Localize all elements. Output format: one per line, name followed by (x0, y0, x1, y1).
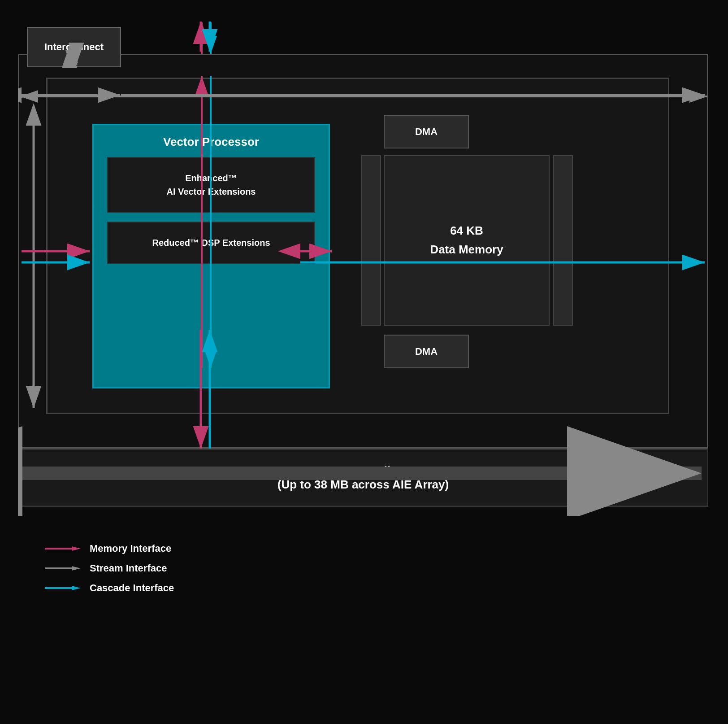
outer-box: Vector Processor Enhanced™ AI Vector Ext… (18, 54, 708, 449)
legend: Memory Interface Stream Interface Cascad… (45, 543, 174, 602)
cascade-interface-arrow-icon (45, 584, 81, 593)
legend-cascade-interface: Cascade Interface (45, 582, 174, 594)
vector-processor-title: Vector Processor (94, 125, 329, 157)
vector-processor-box: Vector Processor Enhanced™ AI Vector Ext… (92, 124, 330, 388)
svg-marker-23 (72, 546, 81, 551)
inner-box: Vector Processor Enhanced™ AI Vector Ext… (46, 78, 669, 414)
dma-bottom: DMA (384, 335, 469, 368)
connector-bar-left (361, 155, 381, 326)
reduced-dsp-block: Reduced™ DSP Extensions (107, 222, 315, 264)
reduced-dsp-label: Reduced™ DSP Extensions (152, 238, 270, 248)
enhanced-ai-block: Enhanced™ AI Vector Extensions (107, 157, 315, 213)
memory-interface-arrow-icon (45, 544, 81, 553)
dma-bottom-label: DMA (415, 346, 438, 358)
enhanced-ai-label: Enhanced™ AI Vector Extensions (167, 173, 256, 196)
memory-tile-text: Memory Tile (Up to 38 MB across AIE Arra… (277, 464, 449, 492)
interconnect-block: Interconnect (27, 27, 121, 67)
legend-stream-interface: Stream Interface (45, 563, 174, 574)
dma-top-label: DMA (415, 126, 438, 138)
connector-bar-right (553, 155, 573, 326)
data-memory-label: 64 KB Data Memory (430, 222, 503, 259)
interconnect-label: Interconnect (44, 41, 104, 53)
svg-marker-27 (72, 586, 81, 590)
memory-tile-box: Memory Tile (Up to 38 MB across AIE Arra… (18, 449, 708, 507)
memory-interface-label: Memory Interface (90, 543, 171, 554)
cascade-interface-label: Cascade Interface (90, 582, 174, 594)
svg-marker-25 (72, 566, 81, 571)
dma-top: DMA (384, 115, 469, 148)
stream-interface-label: Stream Interface (90, 563, 167, 574)
stream-interface-arrow-icon (45, 564, 81, 573)
diagram-container: Vector Processor Enhanced™ AI Vector Ext… (18, 18, 708, 511)
legend-memory-interface: Memory Interface (45, 543, 174, 554)
data-memory-block: 64 KB Data Memory (384, 155, 550, 326)
